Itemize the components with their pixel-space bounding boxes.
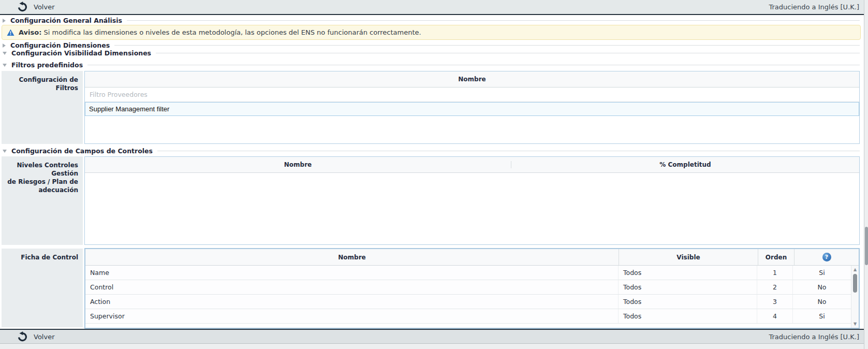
section-filtros-predefinidos[interactable]: Filtros predefinidos: [0, 61, 860, 69]
back-label: Volver: [34, 333, 55, 341]
bottom-strip: [0, 343, 868, 349]
cell-valor: No: [793, 280, 851, 294]
cell-nombre: Supervisor: [85, 309, 619, 323]
top-bar: Volver Traduciendo a Inglés [U.K.]: [0, 0, 868, 14]
scroll-down-icon[interactable]: ▼: [851, 322, 859, 326]
cell-orden: 3: [757, 295, 793, 309]
filter-row-placeholder[interactable]: Filtro Proveedores: [85, 88, 859, 102]
filtros-field-label: Configuración de Filtros: [2, 71, 83, 144]
section-configuracion-dimensiones[interactable]: Configuración Dimensiones: [0, 41, 860, 49]
niveles-table-header-row: Nombre % Completitud: [85, 157, 859, 173]
section-rule: [156, 53, 860, 53]
cell-valor: Si: [793, 266, 851, 280]
section-rule: [114, 45, 860, 46]
column-header-nombre: Nombre: [338, 254, 365, 261]
column-header-nombre: Nombre: [458, 76, 486, 83]
ficha-field-label: Ficha de Control: [2, 249, 83, 327]
cell-nombre: Action: [85, 295, 619, 309]
filtros-table: Nombre Filtro Proveedores Supplier Manag…: [84, 71, 860, 144]
table-row[interactable]: Action Todos 3 No: [85, 295, 851, 309]
cell-visible: Todos: [619, 309, 757, 323]
column-header-completitud: % Completitud: [511, 161, 859, 168]
cell-orden: 1: [757, 266, 793, 280]
warning-prefix: Aviso:: [19, 28, 41, 36]
back-button[interactable]: Volver: [17, 331, 55, 342]
section-title: Configuración Dimensiones: [10, 41, 110, 49]
section-configuracion-campos-controles[interactable]: Configuración de Campos de Controles: [0, 147, 860, 155]
top-bar-divider: [0, 14, 868, 15]
chevron-down-icon: [3, 150, 7, 153]
cell-orden: 4: [757, 309, 793, 323]
column-header-orden: Orden: [766, 254, 787, 261]
cell-visible: Todos: [619, 280, 757, 294]
chevron-down-icon: [3, 64, 7, 67]
translation-status: Traduciendo a Inglés [U.K.]: [769, 330, 859, 343]
table-scrollbar-thumb[interactable]: [853, 274, 857, 293]
cell-valor: No: [793, 295, 851, 309]
section-rule: [157, 151, 860, 151]
ens-warning-banner: Aviso: Si modifica las dimensiones o niv…: [2, 25, 861, 40]
cell-visible: Todos: [619, 295, 757, 309]
table-scrollbar[interactable]: ▲ ▼: [851, 266, 859, 328]
filter-row-selected[interactable]: Supplier Management filter: [85, 102, 859, 116]
back-button[interactable]: Volver: [17, 2, 55, 12]
cell-nombre: Control: [85, 280, 619, 294]
cell-visible: Todos: [619, 266, 757, 280]
cell-valor: Si: [793, 309, 851, 323]
niveles-label-line: Niveles Controles Gestión: [2, 161, 78, 178]
section-rule: [127, 20, 860, 21]
section-title: Filtros predefinidos: [11, 61, 83, 69]
filtros-table-header-row: Nombre: [85, 71, 859, 88]
table-row[interactable]: Name Todos 1 Si: [85, 266, 851, 280]
section-configuracion-visibilidad-dimensiones[interactable]: Configuración Visibilidad Dimensiones: [0, 49, 860, 57]
ficha-table: Nombre Visible Orden ? Name Todos 1 Si C…: [84, 248, 860, 329]
niveles-label-line: adecuación: [2, 186, 78, 194]
page-scrollbar-thumb[interactable]: [865, 227, 868, 265]
scroll-up-icon[interactable]: ▲: [851, 267, 859, 272]
warning-text: Aviso: Si modifica las dimensiones o niv…: [19, 28, 421, 36]
methodology-configuration-page: Volver Traduciendo a Inglés [U.K.] Confi…: [0, 0, 868, 349]
section-title: Configuración Visibilidad Dimensiones: [11, 49, 151, 57]
section-configuracion-general-analisis[interactable]: Configuración General Análisis: [0, 17, 860, 24]
niveles-field-label: Niveles Controles Gestión de Riesgos / P…: [2, 156, 83, 245]
ficha-table-header-row: Nombre Visible Orden ?: [85, 249, 859, 266]
table-row[interactable]: Supervisor Todos 4 Si: [85, 309, 851, 324]
chevron-right-icon: [3, 43, 6, 48]
column-header-visible: Visible: [676, 254, 700, 261]
warning-message: Si modifica las dimensiones o niveles de…: [41, 28, 421, 36]
back-icon: [17, 331, 28, 342]
warning-icon: [7, 29, 14, 36]
page-scrollbar[interactable]: [864, 0, 868, 349]
back-icon: [17, 2, 28, 12]
section-title: Configuración de Campos de Controles: [11, 147, 153, 155]
cell-orden: 2: [757, 280, 793, 294]
help-icon[interactable]: ?: [822, 253, 831, 261]
cell-nombre: Name: [85, 266, 619, 280]
bottom-bar: Volver Traduciendo a Inglés [U.K.]: [0, 330, 868, 343]
section-title: Configuración General Análisis: [10, 17, 122, 24]
table-row[interactable]: Control Todos 2 No: [85, 280, 851, 295]
translation-status: Traduciendo a Inglés [U.K.]: [769, 0, 859, 14]
section-rule: [87, 65, 860, 65]
column-header-nombre: Nombre: [85, 161, 511, 168]
chevron-right-icon: [3, 19, 6, 23]
ficha-table-body: Name Todos 1 Si Control Todos 2 No Actio…: [85, 266, 851, 328]
back-label: Volver: [34, 3, 55, 11]
niveles-label-line: de Riesgos / Plan de: [2, 178, 78, 186]
niveles-table: Nombre % Completitud: [84, 156, 860, 245]
chevron-down-icon: [3, 52, 7, 55]
